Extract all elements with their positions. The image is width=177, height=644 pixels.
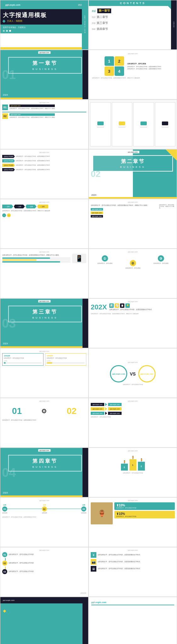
it-list: ¥ 业务说明文字，您可以更改文字内容，设置您想要的文字样式 📷 业务说明文字，您… bbox=[91, 552, 175, 572]
bubbles-site: ppt.oopic.com bbox=[91, 251, 175, 253]
dt-text-1: 业务说明文字，您可以更改文字内容 bbox=[4, 357, 42, 359]
texticons-text1: 业务说明文字，您可以更改文字内容，设置您想要的文字样式，调整文字大小颜色 bbox=[91, 204, 157, 206]
ch4-right-bar bbox=[83, 448, 88, 497]
ch4-text: 第四章节 bbox=[12, 458, 78, 465]
tl-desc: 业务说明文字，您可以更改文字内容，设置您想要的文字样式 bbox=[2, 516, 86, 518]
tl2-text-2: 业务说明文字，您可以更改文字内容 bbox=[9, 562, 34, 564]
ch2-year: 202X bbox=[91, 194, 96, 196]
chapter1-site: ppt.oopic.com bbox=[38, 51, 50, 54]
chapter1-bottom bbox=[0, 98, 83, 99]
ch4-box: 第四章节 BUSINESS bbox=[8, 455, 82, 472]
ch3-year: 202X bbox=[3, 342, 8, 345]
tl2-dot-2: 02 bbox=[2, 561, 7, 566]
tl2-step-2: 02 业务说明文字，您可以更改文字内容 bbox=[2, 561, 34, 566]
dt-grid: 业务说明 业务说明文字，您可以更改文字内容 wi 0% 业务说明 业务说明文字，… bbox=[2, 353, 86, 366]
tl2-site: ppt.oopic.com bbox=[2, 549, 86, 551]
hf-arrow-3 bbox=[105, 412, 107, 415]
thumb2-line2 bbox=[118, 127, 125, 127]
arrow-item-1: 业务文字说明 业务说明文字，您可以更改文字内容，设置您想要的文字样式 bbox=[2, 155, 86, 158]
diamond-icon bbox=[3, 20, 6, 23]
tl-2: ppt.oopic.com bbox=[91, 212, 103, 214]
slide-puzzle4: ppt.oopic.com 1 2 3 4 业务说明文字，您可以更改 业务说明文… bbox=[88, 50, 177, 99]
num-badge-02: 02 bbox=[2, 113, 8, 119]
texticons-left: 业务说明文字，您可以更改文字内容，设置您想要的文字样式，调整文字大小颜色 ppt… bbox=[91, 204, 157, 217]
tl2-step-3: 03 业务说明文字，您可以更改文字内容 bbox=[2, 569, 34, 574]
contents-list: 01/ 第一章节 02/ 第二章节 03/ 第三章节 04/ 第四章节 bbox=[89, 6, 177, 34]
row-3: ppt.oopic.com 01 ppt.oopic.com 业务说明文字，您可… bbox=[0, 99, 177, 149]
thumb3-line2 bbox=[140, 127, 147, 127]
pod3-person: 🧍 bbox=[123, 460, 126, 464]
tl2-dot-1: 01 bbox=[2, 552, 7, 557]
tl-line-12 bbox=[7, 509, 42, 509]
chapter1-text: 第一章节 bbox=[12, 60, 78, 67]
tl-dot-3: 03 bbox=[81, 506, 86, 511]
dt-text-2: 业务说明文字，您可以更改文字内容 bbox=[47, 357, 85, 359]
tl-label-above-1: 业务 bbox=[3, 504, 6, 506]
tl-dot-2: 02 bbox=[42, 506, 47, 511]
vs-desc: 业务说明文字，您可以更改文字内容 bbox=[123, 384, 143, 385]
arrow-box-2: 业务文字说明 bbox=[2, 159, 15, 162]
slide-title: ppt.oopic.com 202X 大字报通用模板 主讲人：我图图 适用于任何… bbox=[0, 0, 88, 50]
tl2-step-1: 01 业务说明文字，您可以更改文字内容 bbox=[2, 552, 34, 557]
row-12: ppt.oopic.com 01 业务说明文字，您可以更改文字内容 02 业务说… bbox=[0, 547, 177, 597]
slide-text-icons: ppt.oopic.com 业务说明文字，您可以更改文字内容，设置您想要的文字样… bbox=[88, 199, 177, 249]
item-num-4: 04/ bbox=[92, 28, 95, 31]
flow-icon-1: → bbox=[2, 213, 6, 217]
arrows-list: 业务文字说明 业务说明文字，您可以更改文字内容，设置您想要的文字样式 业务文字说… bbox=[2, 154, 86, 172]
pent-1: → 业务 bbox=[2, 205, 13, 208]
tl-step-3: 业务 03 业务说明 bbox=[81, 504, 86, 514]
vs-site: ppt.oopic.com bbox=[91, 361, 175, 364]
thumb-2 bbox=[112, 102, 133, 146]
it-icon-2: 📷 bbox=[91, 559, 96, 565]
ip-image: 🏺 bbox=[91, 502, 113, 524]
vs-right-circle: ppt.oopic.com bbox=[138, 365, 156, 382]
bubble-1: ① 业务说明文字，您可以更改 bbox=[97, 255, 112, 269]
contents-item-4: 04/ 第四章节 bbox=[92, 27, 168, 31]
divider-line bbox=[2, 112, 86, 112]
ip-site: ppt.oopic.com bbox=[91, 500, 175, 501]
big-year: 202X bbox=[91, 304, 107, 311]
hf-item-2: ppt.oopic.com ppt.oopic.com bbox=[91, 407, 175, 410]
ch3-text: 第三章节 bbox=[12, 309, 78, 315]
tl-text-3: 业务说明 bbox=[81, 512, 86, 514]
slide-4thumbs bbox=[88, 99, 177, 149]
hf-dest-3: ppt.oopic.com bbox=[108, 412, 122, 415]
flow-icon-2: → bbox=[7, 213, 11, 217]
vs-label: VS bbox=[130, 371, 136, 376]
contents-item-3: 03/ 第三章节 bbox=[92, 21, 168, 25]
arrow-box-4: 业务文字说明 bbox=[2, 168, 15, 171]
slide-disclaimer: ppt.oopic.com bbox=[88, 597, 177, 644]
podium-2nd: 🧍 2 bbox=[138, 458, 145, 471]
it-text-3: 业务说明文字，您可以更改文字内容，设置您想要的文字样式 bbox=[98, 568, 140, 570]
tl2-main: 01 业务说明文字，您可以更改文字内容 02 业务说明文字，您可以更改文字内容 … bbox=[2, 552, 86, 574]
prog-fill-1 bbox=[2, 257, 50, 259]
ch2-bottom-yellow bbox=[89, 197, 177, 199]
pent-2: → 业务 bbox=[14, 205, 25, 208]
dt-prog-1 bbox=[4, 362, 42, 364]
slide-list-01-02: ppt.oopic.com 01 ppt.oopic.com 业务说明文字，您可… bbox=[0, 99, 88, 149]
tl-text-2: 业务说明 bbox=[42, 512, 47, 514]
dt-site: ppt.oopic.com bbox=[2, 350, 86, 352]
slide-contents: CONTENTS 01/ 第一章节 02/ 第二章节 03/ 第三章节 04/ … bbox=[88, 0, 177, 50]
ip-main: 🏺 ⬆10% 业务说明文字，您可以更改文字内容 ⬆10% 业务说明文字，您可以更… bbox=[91, 502, 175, 524]
phone-text: 业务说明文字，您可以更改文字内容，设置您想要的文字样式，调整文字大小颜色 bbox=[2, 254, 71, 256]
pod2-base: 2 bbox=[138, 462, 145, 471]
phone-device-icon: 📱 bbox=[72, 254, 86, 263]
thumb-3 bbox=[133, 102, 154, 146]
prog-bar-3 bbox=[2, 261, 71, 263]
arrow-text-3: 业务说明文字，您可以更改文字内容，设置您想要的文字样式 bbox=[16, 164, 50, 166]
bubble-text-3: 业务说明文字，您可以更改 bbox=[153, 263, 168, 264]
tl-step-1: 业务 01 业务说明 bbox=[2, 504, 7, 514]
dt-bar-2: wi 15% bbox=[47, 360, 85, 364]
slide-phone: ppt.oopic.com 业务说明文字，您可以更改文字内容，设置您想要的文字样… bbox=[0, 249, 88, 298]
bubbles-row: ① 业务说明文字，您可以更改 ② 业务说明文字，您可以更改 ③ 业务说明文字，您… bbox=[91, 254, 175, 270]
list-site: ppt.oopic.com bbox=[2, 102, 86, 104]
tl-site: ppt.oopic.com bbox=[2, 500, 86, 501]
bn-num1: 01 bbox=[12, 406, 22, 416]
hf-dest-2: ppt.oopic.com bbox=[108, 407, 122, 410]
slide-img-pct: ppt.oopic.com 🏺 ⬆10% 业务说明文字，您可以更改文字内容 ⬆1… bbox=[88, 497, 177, 547]
tl2-vert-2 bbox=[5, 567, 6, 569]
contents-item-1: 01/ 第一章节 bbox=[92, 8, 168, 13]
ch2-box: 第二章节 BUSINESS bbox=[93, 155, 173, 172]
arrow-item-4: 业务文字说明 业务说明文字，您可以更改文字内容，设置您想要的文字样式 bbox=[2, 168, 86, 171]
